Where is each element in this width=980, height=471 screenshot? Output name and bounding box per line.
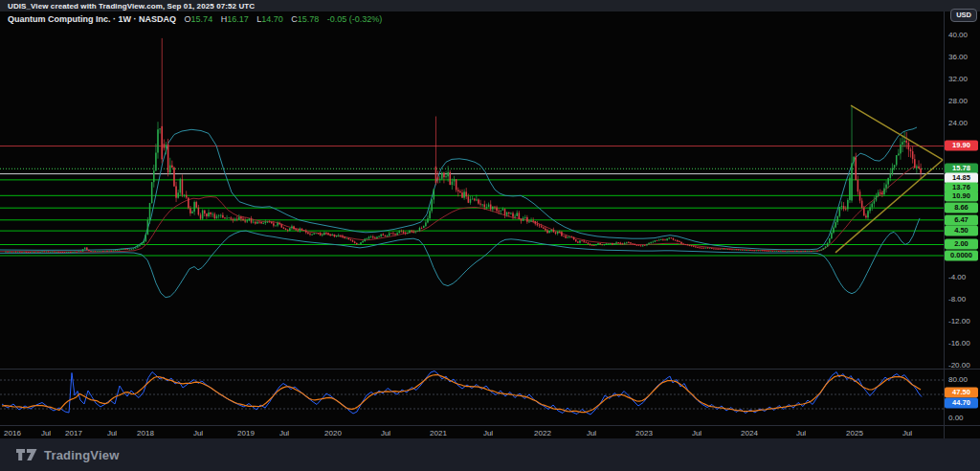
change-value: -0.05 (-0.32%) <box>327 14 383 24</box>
ohlc-open-value: 15.74 <box>191 14 213 24</box>
ohlc-close-value: 15.78 <box>298 14 320 24</box>
ohlc-high-value: 16.17 <box>227 14 249 24</box>
price-axis[interactable] <box>944 11 980 426</box>
footer-bar: TradingView <box>0 438 980 471</box>
snapshot-text: UDIS_View created with TradingView.com, … <box>8 2 255 11</box>
symbol-title: Quantum Computing Inc. <box>8 14 111 24</box>
currency-button[interactable]: USD <box>950 9 977 22</box>
legend-separator: · <box>134 14 137 24</box>
ohlc-open-key: O <box>185 14 191 24</box>
legend-separator: · <box>113 14 116 24</box>
price-chart[interactable]: 40.0036.0032.0028.0024.00-4.00-8.00-12.0… <box>0 0 980 471</box>
ohlc-low-value: 14.70 <box>261 14 283 24</box>
snapshot-attribution-bar: UDIS_View created with TradingView.com, … <box>0 0 980 11</box>
symbol-legend[interactable]: Quantum Computing Inc. · 1W · NASDAQ O15… <box>8 14 382 25</box>
symbol-interval: 1W <box>119 14 132 24</box>
tradingview-brand-text[interactable]: TradingView <box>44 448 120 462</box>
tradingview-logo-icon[interactable] <box>16 447 37 462</box>
symbol-exchange: NASDAQ <box>139 14 176 24</box>
time-axis[interactable] <box>0 426 944 438</box>
chart-background <box>0 0 980 471</box>
